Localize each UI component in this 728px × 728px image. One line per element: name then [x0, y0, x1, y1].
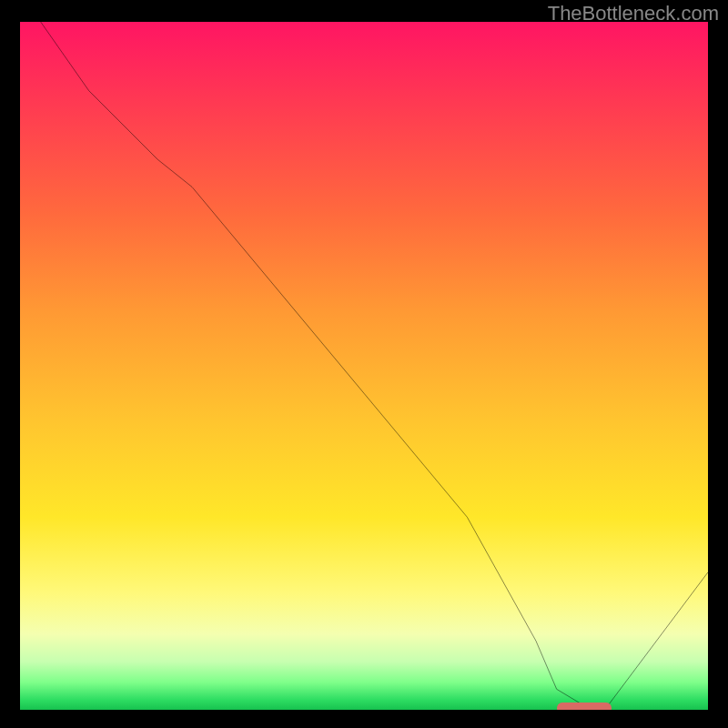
optimal-range-marker [557, 703, 612, 710]
watermark-text: TheBottleneck.com [548, 2, 719, 25]
chart-container: TheBottleneck.com [0, 0, 728, 728]
plot-area [20, 22, 708, 710]
bottleneck-curve [20, 22, 708, 710]
